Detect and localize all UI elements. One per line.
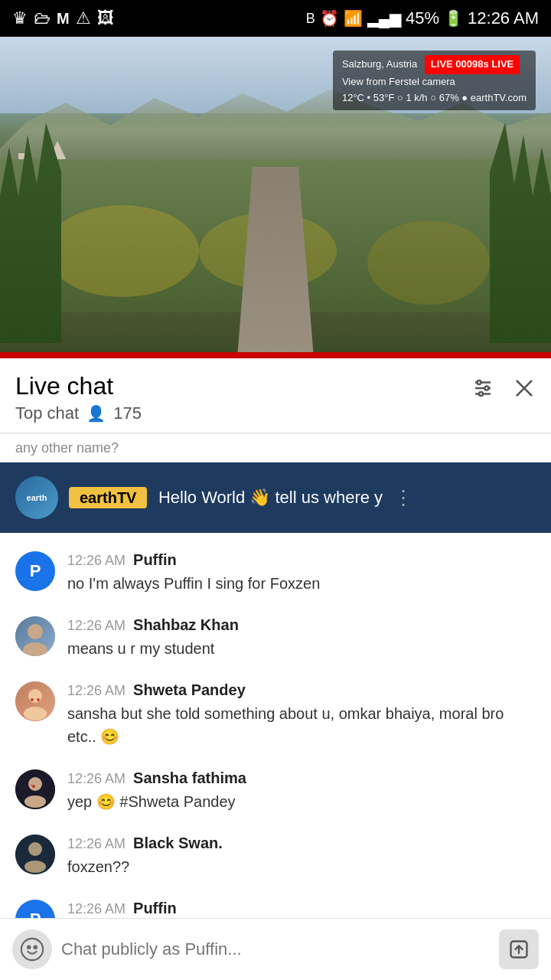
- message-content: 12:26 AM Puffin no I'm always Puffin I s…: [67, 551, 536, 595]
- message-time: 12:26 AM: [67, 618, 126, 634]
- any-other-name-text: any other name?: [0, 433, 551, 462]
- emoji-button[interactable]: [12, 929, 52, 969]
- message-meta: 12:26 AM Puffin: [67, 551, 536, 569]
- close-icon[interactable]: [513, 377, 536, 405]
- status-icons-right: B ⏰ 📶 ▂▄▆ 45% 🔋 12:26 AM: [306, 8, 539, 28]
- bluetooth-icon: B: [306, 11, 315, 27]
- chat-section: Live chat Top chat 👤 175: [0, 358, 551, 980]
- message-meta: 12:26 AM Sansha fathima: [67, 769, 536, 787]
- table-row: 12:26 AM Sansha fathima yep 😊 #Shweta Pa…: [0, 759, 551, 824]
- wifi-icon: 📶: [344, 9, 363, 28]
- chat-header: Live chat Top chat 👤 175: [0, 358, 551, 433]
- svg-point-5: [479, 392, 483, 396]
- signal-icon: ▂▄▆: [367, 9, 401, 28]
- top-chat-label[interactable]: Top chat: [15, 403, 79, 423]
- battery-percent: 45%: [406, 8, 439, 28]
- message-time: 12:26 AM: [67, 836, 126, 852]
- video-overlay-info: Salzburg, Austria LIVE 00098s LIVE View …: [333, 51, 536, 110]
- svg-point-12: [28, 689, 42, 703]
- chat-title-block: Live chat Top chat 👤 175: [15, 372, 142, 423]
- pinned-avatar: earth TV: [15, 476, 58, 519]
- chat-messages-list: P 12:26 AM Puffin no I'm always Puffin I…: [0, 533, 551, 962]
- svg-point-26: [34, 946, 37, 948]
- message-time: 12:26 AM: [67, 683, 126, 699]
- chat-title: Live chat: [15, 372, 142, 400]
- alarm-icon: ⏰: [320, 9, 339, 28]
- table-row: 12:26 AM Shweta Pandey sansha but she to…: [0, 671, 551, 759]
- message-username: Shahbaz Khan: [133, 616, 239, 634]
- svg-point-24: [21, 939, 43, 960]
- chat-subtitle: Top chat 👤 175: [15, 403, 142, 423]
- avatar: [15, 835, 55, 874]
- status-bar: ♛ 🗁 M ⚠ 🖼 B ⏰ 📶 ▂▄▆ 45% 🔋 12:26 AM: [0, 0, 551, 37]
- message-meta: 12:26 AM Shweta Pandey: [67, 681, 536, 699]
- svg-point-14: [31, 698, 34, 701]
- filter-icon[interactable]: [471, 377, 494, 405]
- svg-point-18: [24, 795, 46, 808]
- svg-point-17: [28, 777, 42, 791]
- avatar: P: [15, 551, 55, 591]
- video-player[interactable]: Salzburg, Austria LIVE 00098s LIVE View …: [0, 37, 551, 358]
- message-content: 12:26 AM Black Swan. foxzen??: [67, 835, 536, 878]
- time-display: 12:26 AM: [468, 8, 539, 28]
- video-progress-bar[interactable]: [0, 352, 551, 358]
- message-text: yep 😊 #Shweta Pandey: [67, 790, 536, 813]
- viewer-count: 175: [113, 403, 142, 423]
- message-username: Black Swan.: [133, 835, 223, 852]
- pinned-message: earth TV earthTV Hello World 👋 tell us w…: [0, 462, 551, 533]
- viewers-icon: 👤: [86, 404, 106, 423]
- svg-point-22: [28, 842, 42, 856]
- pinned-channel-badge: earthTV: [69, 487, 147, 508]
- alert-icon: ⚠: [76, 8, 91, 28]
- table-row: P 12:26 AM Puffin no I'm always Puffin I…: [0, 541, 551, 606]
- message-meta: 12:26 AM Black Swan.: [67, 835, 536, 852]
- message-text: no I'm always Puffin I sing for Foxzen: [67, 572, 536, 595]
- svg-point-13: [24, 707, 47, 720]
- chat-header-icons: [471, 372, 536, 405]
- chat-input[interactable]: [61, 939, 490, 959]
- avatar-label: earth: [27, 493, 47, 502]
- more-options-icon[interactable]: ⋮: [393, 486, 413, 510]
- svg-point-23: [24, 861, 46, 873]
- avatar: [15, 616, 55, 656]
- message-time: 12:26 AM: [67, 553, 126, 569]
- pinned-content: earthTV Hello World 👋 tell us where y: [69, 488, 383, 508]
- message-meta: 12:26 AM Shahbaz Khan: [67, 616, 536, 634]
- message-username: Sansha fathima: [133, 769, 246, 787]
- message-time: 12:26 AM: [67, 901, 126, 917]
- status-icons-left: ♛ 🗁 M ⚠ 🖼: [12, 8, 114, 28]
- message-text: foxzen??: [67, 855, 536, 878]
- image-icon: 🖼: [97, 8, 114, 28]
- earthtv-avatar: earth TV: [15, 476, 58, 519]
- location-text: Salzburg, Austria: [342, 58, 417, 70]
- send-button[interactable]: [499, 929, 539, 969]
- pinned-message-text: Hello World 👋 tell us where y: [158, 488, 383, 507]
- message-username: Shweta Pandey: [133, 681, 246, 699]
- svg-point-25: [28, 946, 30, 948]
- message-content: 12:26 AM Sansha fathima yep 😊 #Shweta Pa…: [67, 769, 536, 813]
- message-time: 12:26 AM: [67, 771, 126, 787]
- svg-point-3: [478, 381, 481, 384]
- message-text: means u r my student: [67, 637, 536, 660]
- file-icon: 🗁: [34, 8, 51, 28]
- mastodon-icon: M: [57, 10, 70, 28]
- battery-icon: 🔋: [444, 9, 463, 28]
- table-row: 12:26 AM Black Swan. foxzen??: [0, 824, 551, 889]
- message-username: Puffin: [133, 551, 177, 569]
- svg-point-4: [485, 387, 489, 390]
- crown-icon: ♛: [12, 8, 28, 28]
- message-meta: 12:26 AM Puffin: [67, 900, 536, 917]
- message-username: Puffin: [133, 900, 177, 917]
- svg-point-15: [37, 698, 40, 701]
- message-content: 12:26 AM Shweta Pandey sansha but she to…: [67, 681, 536, 748]
- weather-info: 12°C • 53°F ○ 1 k/h ○ 67% ● earthTV.com: [342, 90, 527, 106]
- live-badge: LIVE 00098s LIVE: [425, 55, 520, 74]
- avatar: [15, 681, 55, 721]
- camera-label: View from Ferstel camera: [342, 74, 527, 90]
- svg-point-9: [28, 624, 43, 639]
- message-text: sansha but she told something about u, o…: [67, 702, 536, 748]
- chat-input-area: [0, 918, 551, 980]
- avatar: [15, 769, 55, 809]
- avatar-letter: P: [30, 561, 41, 581]
- message-content: 12:26 AM Shahbaz Khan means u r my stude…: [67, 616, 536, 660]
